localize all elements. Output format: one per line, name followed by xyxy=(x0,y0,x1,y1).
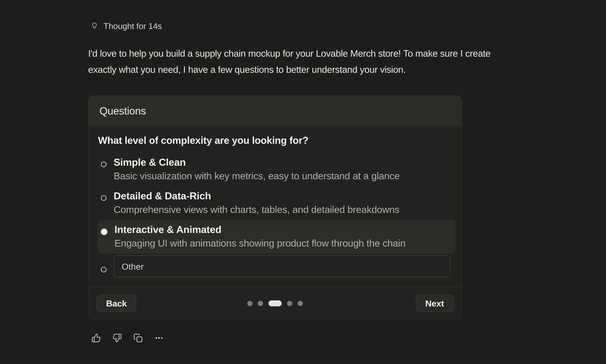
radio-unselected-icon xyxy=(101,267,107,273)
card-title: Questions xyxy=(99,105,146,117)
back-button[interactable]: Back xyxy=(97,295,136,312)
other-option-input[interactable] xyxy=(114,255,450,277)
thumbs-up-icon xyxy=(92,333,101,343)
radio-selected-icon xyxy=(101,229,108,235)
option-text: Detailed & Data-Rich Comprehensive views… xyxy=(114,189,399,216)
pagination-dots xyxy=(247,300,303,306)
option-interactive-animated[interactable]: Interactive & Animated Engaging UI with … xyxy=(97,220,456,253)
option-title: Detailed & Data-Rich xyxy=(114,189,399,203)
assistant-message-line: exactly what you need, I have a few ques… xyxy=(88,62,606,78)
option-description: Basic visualization with key metrics, ea… xyxy=(114,169,400,183)
questions-card-footer: Back Next xyxy=(88,287,462,319)
thumbs-down-button[interactable] xyxy=(112,333,122,343)
pagination-dot xyxy=(247,301,253,306)
pagination-dot xyxy=(298,301,303,306)
copy-icon xyxy=(134,333,143,343)
pagination-dot xyxy=(258,301,263,306)
option-description: Comprehensive views with charts, tables,… xyxy=(114,203,399,216)
assistant-message: I'd love to help you build a supply chai… xyxy=(88,45,606,78)
radio-unselected-icon xyxy=(101,162,107,167)
message-actions xyxy=(92,333,606,343)
next-button[interactable]: Next xyxy=(416,295,454,312)
option-text: Simple & Clean Basic visualization with … xyxy=(114,155,400,183)
more-options-button[interactable] xyxy=(154,333,164,343)
option-description: Engaging UI with animations showing prod… xyxy=(114,236,405,250)
radio-unselected-icon xyxy=(101,195,107,201)
option-other[interactable] xyxy=(97,253,456,279)
option-text: Interactive & Animated Engaging UI with … xyxy=(114,223,405,250)
option-title: Interactive & Animated xyxy=(114,223,405,236)
thought-label: Thought for 14s xyxy=(103,21,162,31)
questions-card-body: What level of complexity are you looking… xyxy=(88,126,462,279)
chat-message-container: Thought for 14s I'd love to help you bui… xyxy=(0,0,606,343)
copy-button[interactable] xyxy=(134,333,143,343)
thought-summary-toggle[interactable]: Thought for 14s xyxy=(90,21,162,31)
lightbulb-icon xyxy=(90,22,99,30)
questions-card-header: Questions xyxy=(88,96,462,126)
pagination-dot xyxy=(287,301,292,306)
assistant-message-line: I'd love to help you build a supply chai… xyxy=(88,45,606,62)
thumbs-up-button[interactable] xyxy=(92,333,101,343)
pagination-dot-active xyxy=(269,300,282,306)
questions-card: Questions What level of complexity are y… xyxy=(88,95,462,320)
option-simple-clean[interactable]: Simple & Clean Basic visualization with … xyxy=(97,153,456,186)
option-detailed-data-rich[interactable]: Detailed & Data-Rich Comprehensive views… xyxy=(97,186,456,220)
option-title: Simple & Clean xyxy=(114,155,400,169)
ellipsis-icon xyxy=(154,333,164,343)
thumbs-down-icon xyxy=(112,333,122,343)
options-list: Simple & Clean Basic visualization with … xyxy=(97,153,456,279)
question-text: What level of complexity are you looking… xyxy=(97,134,456,147)
